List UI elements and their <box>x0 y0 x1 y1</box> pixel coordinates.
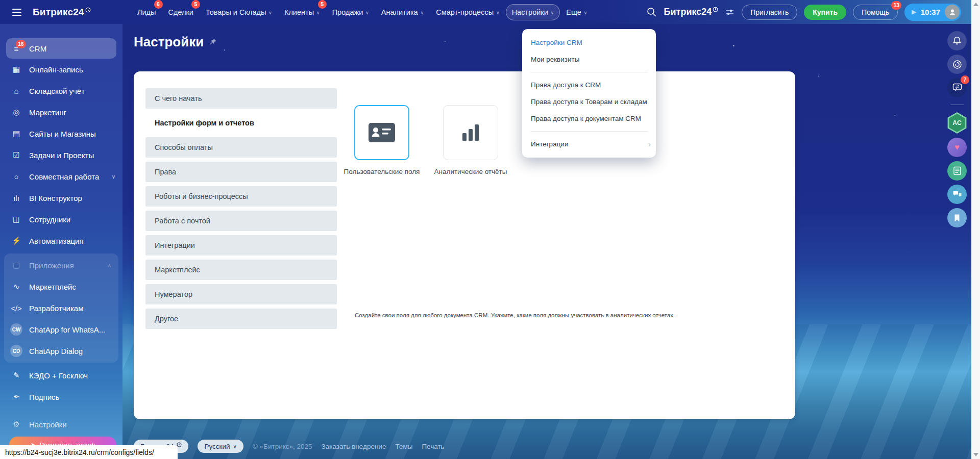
chats-button[interactable] <box>947 185 967 204</box>
nav-item[interactable]: Сделки 5 <box>162 4 200 20</box>
sidebar-item[interactable]: ▦ Онлайн-запись <box>0 59 122 80</box>
scroll-down-arrow[interactable] <box>973 453 978 456</box>
avatar[interactable] <box>945 5 960 19</box>
vertical-scrollbar[interactable] <box>971 0 980 459</box>
sidebar-item[interactable]: </> Разработчикам <box>4 297 118 319</box>
chat-bubbles-icon <box>952 190 962 199</box>
settings-nav-item[interactable]: С чего начать <box>145 88 337 109</box>
sidebar-item[interactable]: ☑ Задачи и Проекты <box>0 144 122 166</box>
settings-section-nav: С чего начать Настройки форм и отчетов С… <box>145 88 337 329</box>
dropdown-item-label: Права доступа к Товарам и складам <box>531 98 647 106</box>
nav-item[interactable]: Аналитика ∨ <box>375 4 430 20</box>
sidebar-item-icon: ▢ <box>10 261 22 270</box>
hamburger-menu-button[interactable] <box>10 7 23 18</box>
copilot-button[interactable] <box>947 55 967 74</box>
nav-item[interactable]: Смарт-процессы ∨ <box>430 4 505 20</box>
sidebar-item[interactable]: ◫ Сотрудники <box>0 209 122 230</box>
nav-item[interactable]: Настройки ∨ <box>506 4 560 20</box>
sidebar-item[interactable]: ∿ Маркетплейс <box>4 276 118 297</box>
tile-analytic-reports[interactable] <box>443 105 498 160</box>
sidebar-item[interactable]: CD ChatApp Dialog <box>4 340 118 362</box>
time-tracker[interactable]: ▶ 10:37 <box>904 4 961 21</box>
icon-glyph: ◫ <box>13 215 20 223</box>
notifications-button[interactable] <box>947 31 967 50</box>
language-selector[interactable]: Русский ∨ <box>198 440 243 453</box>
search-icon <box>647 7 656 17</box>
sidebar-item-label: Сайты и Магазины <box>29 130 96 138</box>
news-button[interactable] <box>947 161 967 181</box>
footer-link[interactable]: Печать <box>422 443 444 450</box>
chevron-down-icon: ∨ <box>421 10 424 15</box>
sidebar-item[interactable]: ılı BI Конструктор <box>0 187 122 209</box>
dropdown-item[interactable]: Мои реквизиты <box>522 51 656 68</box>
sidebar-item-label: Сотрудники <box>29 215 70 224</box>
settings-nav-item[interactable]: Роботы и бизнес-процессы <box>145 186 337 207</box>
settings-nav-item[interactable]: Работа с почтой <box>145 211 337 231</box>
sidebar-item-label: Онлайн-запись <box>29 65 83 74</box>
settings-nav-item[interactable]: Другое <box>145 309 337 329</box>
tile-user-fields[interactable] <box>354 105 409 160</box>
bookmark-button[interactable] <box>947 208 967 227</box>
sidebar-item-label: Автоматизация <box>29 237 84 245</box>
sidebar-item-label: Маркетплейс <box>29 283 76 291</box>
footer-link[interactable]: Темы <box>395 443 412 450</box>
dropdown-item[interactable]: Настройки CRM <box>522 34 656 51</box>
counter-badge: 6 <box>154 0 163 9</box>
scroll-up-arrow[interactable] <box>973 3 978 6</box>
bitrix24-logo[interactable]: Битрикс24 <box>33 7 91 18</box>
sidebar-item[interactable]: ✒ Подпись <box>0 386 122 407</box>
pin-icon[interactable] <box>209 38 217 46</box>
help-button[interactable]: Помощь 13 <box>853 5 898 20</box>
invite-button[interactable]: Пригласить <box>742 5 797 20</box>
messenger-button[interactable]: 7 <box>947 78 967 97</box>
dropdown-item[interactable]: Права доступа к Товарам и складам <box>522 93 656 110</box>
settings-nav-item[interactable]: Способы оплаты <box>145 137 337 158</box>
sidebar-item-icon: ≡ 16 <box>10 44 22 53</box>
page-title-text: Настройки <box>134 34 204 50</box>
settings-nav-item-label: Другое <box>155 315 178 323</box>
brand-text: Битрикс24 <box>664 7 712 17</box>
sidebar-item[interactable]: ⌂ Складской учёт <box>0 80 122 101</box>
chevron-down-icon: ∨ <box>551 10 554 15</box>
settings-nav-item[interactable]: Права <box>145 162 337 182</box>
sidebar-item[interactable]: ⚡ Автоматизация <box>0 230 122 251</box>
topbar-left: Битрикс24 <box>0 7 115 18</box>
sidebar-item[interactable]: ≡ 16 CRM <box>6 38 116 59</box>
topbar-right: Битрикс24 Пригласить Купить Помощь 13 ▶ … <box>646 4 971 21</box>
chevron-icon: ∨ <box>112 174 115 180</box>
nav-item[interactable]: Клиенты ∨ 5 <box>278 4 326 20</box>
settings-nav-item[interactable]: Маркетплейс <box>145 260 337 280</box>
footer-link[interactable]: Заказать внедрение <box>322 443 386 450</box>
sidebar-item-icon: ○ <box>10 172 22 181</box>
settings-tiles: Пользовательские поля Аналитические отчё… <box>344 105 509 176</box>
settings-nav-item[interactable]: Интеграции <box>145 235 337 256</box>
dropdown-item[interactable]: Права доступа к CRM <box>522 76 656 93</box>
sidebar-item[interactable]: ◎ Маркетинг <box>0 101 122 123</box>
dropdown-item[interactable]: Права доступа к документам CRM <box>522 110 656 127</box>
dropdown-item[interactable]: Интеграции › <box>522 136 656 152</box>
nav-item[interactable]: Лиды 6 <box>131 4 162 20</box>
messenger-counter-badge: 7 <box>961 75 969 84</box>
sidebar-item-settings[interactable]: ⚙ Настройки <box>0 414 122 435</box>
sidebar-item[interactable]: CW ChatApp for WhatsA... <box>4 319 118 340</box>
settings-nav-item[interactable]: Настройки форм и отчетов <box>145 113 337 133</box>
sidebar-item[interactable]: ▢ Приложения ∧ <box>4 254 118 276</box>
sidebar-item[interactable]: ✎ КЭДО + Госключ <box>0 365 122 386</box>
nav-item[interactable]: Продажи ∨ <box>326 4 375 20</box>
sidebar-item[interactable]: ▤ Сайты и Магазины <box>0 123 122 144</box>
sidebar-item-label: CRM <box>29 44 46 53</box>
sidebar-item-icon: ▦ <box>10 65 22 74</box>
right-rail: 7 AC ♥ <box>947 31 967 227</box>
search-button[interactable] <box>646 6 657 18</box>
sidebar-item[interactable]: ○ Совместная работа ∨ <box>0 166 122 187</box>
nav-item[interactable]: Еще ∨ <box>560 4 593 20</box>
chevron-icon: ∧ <box>108 263 111 268</box>
icon-glyph: ▤ <box>13 129 20 138</box>
sidebar-item-label: Совместная работа <box>29 172 99 181</box>
user-avatar-button[interactable]: ♥ <box>947 138 967 157</box>
workspace-hexagon-avatar[interactable]: AC <box>947 112 967 134</box>
tariff-sliders-button[interactable] <box>725 8 735 17</box>
nav-item[interactable]: Товары и Склады ∨ <box>200 4 278 20</box>
buy-button[interactable]: Купить <box>804 5 846 20</box>
settings-nav-item[interactable]: Нумератор <box>145 284 337 304</box>
